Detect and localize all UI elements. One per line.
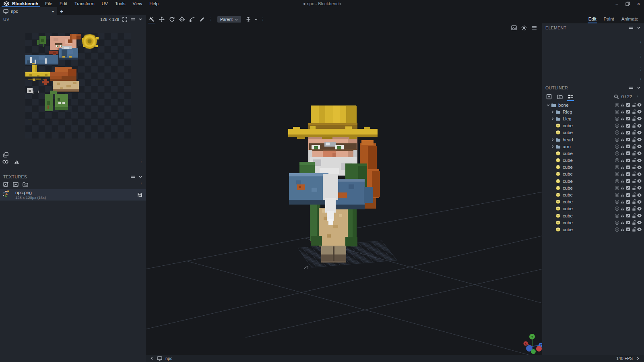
pivot-tool-button[interactable]	[178, 16, 186, 23]
lock-icon[interactable]	[631, 178, 636, 184]
visibility-icon[interactable]	[637, 165, 642, 170]
visibility-icon[interactable]	[637, 144, 642, 149]
menu-tools[interactable]: Tools	[111, 0, 129, 7]
shade-icon[interactable]	[620, 199, 625, 205]
lock-icon[interactable]	[631, 109, 636, 114]
transform-pivot-button[interactable]	[244, 16, 253, 23]
uv-copy-icon[interactable]	[3, 152, 8, 157]
remove-icon[interactable]	[614, 144, 619, 149]
shade-icon[interactable]	[620, 172, 625, 177]
outliner-row-Lleg[interactable]: Lleg	[542, 115, 644, 122]
add-group-button[interactable]	[556, 93, 563, 101]
outliner-row-bone[interactable]: bone	[542, 101, 644, 108]
outliner-row-cube[interactable]: cube	[542, 171, 644, 178]
export-checkbox-icon[interactable]	[625, 165, 631, 170]
shade-icon[interactable]	[620, 144, 625, 149]
close-button[interactable]: ×	[633, 0, 644, 7]
element-section-drag-handle[interactable]: ⋮	[639, 54, 643, 58]
visibility-icon[interactable]	[637, 227, 642, 232]
uv-mirror-link-icon[interactable]	[2, 160, 8, 164]
outliner-drag-handle[interactable]: ⋮	[634, 95, 641, 99]
shade-icon[interactable]	[620, 116, 625, 121]
outliner-row-cube[interactable]: cube	[542, 184, 644, 191]
mode-tab-paint[interactable]: Paint	[604, 15, 614, 23]
outliner-row-cube[interactable]: cube	[542, 122, 644, 129]
menu-transform[interactable]: Transform	[71, 0, 98, 7]
export-checkbox-icon[interactable]	[625, 144, 631, 149]
outliner-menu-icon[interactable]	[629, 86, 634, 90]
outliner-row-cube[interactable]: cube	[542, 129, 644, 136]
remove-icon[interactable]	[614, 102, 619, 108]
tab-modified-dot[interactable]: ●	[52, 10, 54, 13]
chevron-right-icon[interactable]	[636, 356, 640, 360]
screenshot-icon[interactable]	[511, 25, 517, 31]
uv-texture-canvas[interactable]	[25, 33, 131, 139]
lock-icon[interactable]	[631, 123, 636, 128]
shade-icon[interactable]	[620, 109, 625, 114]
visibility-icon[interactable]	[637, 185, 642, 190]
gavel-tool-button[interactable]	[147, 16, 156, 23]
textures-panel-drag-handle[interactable]: ⋮	[138, 182, 144, 186]
uv-cone-icon[interactable]	[14, 159, 19, 164]
outliner-row-cube[interactable]: cube	[542, 226, 644, 233]
export-checkbox-icon[interactable]	[625, 123, 631, 128]
texture-folder-icon[interactable]	[23, 182, 28, 187]
remove-icon[interactable]	[614, 220, 619, 225]
uv-collapse-chevron-icon[interactable]	[138, 17, 142, 21]
element-section-drag-handle[interactable]: ⋮	[639, 40, 643, 45]
vertex-snap-tool-button[interactable]	[188, 16, 196, 23]
remove-icon[interactable]	[614, 109, 619, 114]
chevron-down-icon[interactable]	[546, 103, 550, 107]
move-tool-button[interactable]	[157, 16, 166, 23]
view-gizmo[interactable]: Y X Z	[522, 332, 542, 354]
lock-icon[interactable]	[631, 192, 636, 198]
export-checkbox-icon[interactable]	[625, 199, 631, 205]
lock-icon[interactable]	[631, 151, 636, 156]
lock-icon[interactable]	[631, 185, 636, 190]
visibility-icon[interactable]	[637, 206, 642, 211]
uv-texture-preview[interactable]	[25, 33, 131, 139]
shade-icon[interactable]	[620, 165, 625, 170]
outliner-row-cube[interactable]: cube	[542, 164, 644, 171]
remove-icon[interactable]	[614, 137, 619, 142]
lock-icon[interactable]	[631, 102, 636, 108]
lock-icon[interactable]	[631, 116, 636, 121]
outliner-row-cube[interactable]: cube	[542, 178, 644, 184]
visibility-icon[interactable]	[637, 172, 642, 177]
shade-icon[interactable]	[620, 130, 625, 135]
shade-icon[interactable]	[620, 185, 625, 190]
mode-tab-animate[interactable]: Animate	[621, 15, 638, 23]
remove-icon[interactable]	[614, 172, 619, 177]
export-checkbox-icon[interactable]	[625, 137, 631, 142]
outliner-row-cube[interactable]: cube	[542, 150, 644, 157]
remove-icon[interactable]	[614, 158, 619, 163]
export-checkbox-icon[interactable]	[625, 213, 631, 218]
outliner-row-head[interactable]: head	[542, 136, 644, 143]
export-checkbox-icon[interactable]	[625, 227, 631, 232]
remove-icon[interactable]	[614, 185, 619, 190]
transform-pivot-chevron-icon[interactable]	[254, 18, 258, 21]
export-checkbox-icon[interactable]	[625, 206, 631, 211]
uv-panel-drag-handle[interactable]: ⋮	[138, 159, 144, 163]
outliner-row-Rleg[interactable]: Rleg	[542, 108, 644, 115]
viewport-menu-icon[interactable]	[531, 25, 537, 31]
visibility-icon[interactable]	[637, 213, 642, 218]
remove-icon[interactable]	[614, 130, 619, 135]
shade-icon[interactable]	[620, 158, 625, 163]
create-texture-icon[interactable]	[13, 182, 19, 187]
shade-icon[interactable]	[620, 137, 625, 142]
export-checkbox-icon[interactable]	[625, 172, 631, 177]
mode-tab-edit[interactable]: Edit	[588, 15, 597, 23]
outliner-row-arm[interactable]: arm	[542, 143, 644, 150]
chevron-right-icon[interactable]	[551, 145, 555, 149]
lock-icon[interactable]	[631, 172, 636, 177]
export-checkbox-icon[interactable]	[625, 185, 631, 190]
visibility-icon[interactable]	[637, 151, 642, 156]
outliner-row-cube[interactable]: cube	[542, 199, 644, 205]
shade-icon[interactable]	[620, 102, 625, 108]
outliner-row-cube[interactable]: cube	[542, 205, 644, 212]
visibility-icon[interactable]	[637, 192, 642, 198]
menu-help[interactable]: Help	[146, 0, 162, 7]
shade-icon[interactable]	[620, 206, 625, 211]
visibility-icon[interactable]	[637, 123, 642, 128]
